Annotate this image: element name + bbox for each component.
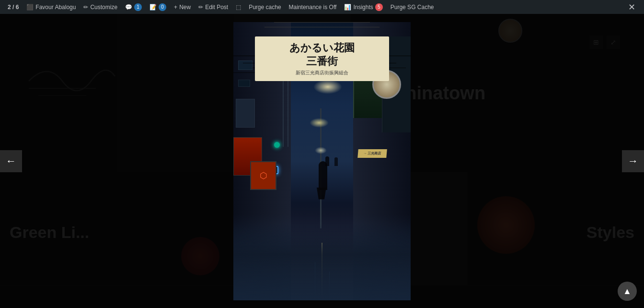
admin-bar-notes[interactable]: 📝 0 bbox=[146, 0, 170, 14]
admin-bar-purge-cache[interactable]: Purge cache bbox=[245, 0, 285, 14]
person-far-2 bbox=[334, 157, 338, 166]
admin-bar-maintenance[interactable]: Maintenance is Off bbox=[285, 0, 341, 14]
lamp-glow-3 bbox=[315, 147, 327, 154]
admin-bar-insights[interactable]: 📊 Insights 5 bbox=[340, 0, 386, 14]
plus-icon: + bbox=[174, 4, 177, 11]
slide-counter: 2 / 6 bbox=[4, 4, 23, 11]
site-icon: ⬛ bbox=[26, 4, 34, 11]
admin-bar-new[interactable]: + New bbox=[170, 0, 195, 14]
jp-sign-line1: あかるい花園 bbox=[264, 41, 380, 55]
lightbox-overlay: ← bbox=[0, 14, 644, 308]
jp-sign: あかるい花園 三番街 新宿三光商店街振興組合 bbox=[255, 36, 389, 81]
prev-button[interactable]: ← bbox=[0, 150, 22, 172]
ground-puddle bbox=[233, 224, 411, 300]
notes-icon: 📝 bbox=[150, 4, 157, 11]
lightbox-image: あかるい花園 三番街 新宿三光商店街振興組合 Hungry ⬡ bbox=[233, 22, 411, 300]
admin-bar-edit-post[interactable]: ✏ Edit Post bbox=[195, 0, 232, 14]
lamp-glow-2 bbox=[310, 118, 329, 128]
admin-bar-customize[interactable]: ✏ Customize bbox=[80, 0, 121, 14]
widget-icon: ⬚ bbox=[236, 4, 241, 11]
direction-sign: → 三光商店 bbox=[357, 149, 387, 158]
admin-bar-icons-widget[interactable]: ⬚ bbox=[232, 0, 245, 14]
admin-bar-comments[interactable]: 💬 1 bbox=[121, 0, 146, 14]
next-button[interactable]: → bbox=[622, 150, 644, 172]
insights-icon: 📊 bbox=[344, 4, 351, 11]
prev-arrow-icon: ← bbox=[6, 155, 16, 167]
jp-sign-line2: 三番街 bbox=[264, 55, 380, 69]
edit-icon: ✏ bbox=[198, 4, 203, 11]
close-button[interactable]: ✕ bbox=[623, 0, 640, 14]
admin-bar-favour[interactable]: ⬛ Favour Abalogu bbox=[23, 0, 80, 14]
red-box-sign: ⬡ bbox=[250, 161, 276, 190]
jp-sign-subtext: 新宿三光商店街振興組合 bbox=[264, 70, 380, 76]
street-scene: あかるい花園 三番街 新宿三光商店街振興組合 Hungry ⬡ bbox=[233, 22, 411, 300]
scroll-top-button[interactable]: ▲ bbox=[618, 282, 637, 301]
lamp-glow-1 bbox=[313, 80, 342, 94]
traffic-light bbox=[274, 142, 280, 148]
comments-icon: 💬 bbox=[125, 4, 132, 11]
person-body-lower bbox=[317, 188, 326, 200]
admin-bar: 2 / 6 ⬛ Favour Abalogu ✏ Customize 💬 1 📝… bbox=[0, 0, 644, 14]
person-far-1 bbox=[325, 156, 329, 166]
admin-bar-purge-sg[interactable]: Purge SG Cache bbox=[387, 0, 438, 14]
next-arrow-icon: → bbox=[628, 155, 638, 167]
customize-icon: ✏ bbox=[83, 4, 88, 11]
